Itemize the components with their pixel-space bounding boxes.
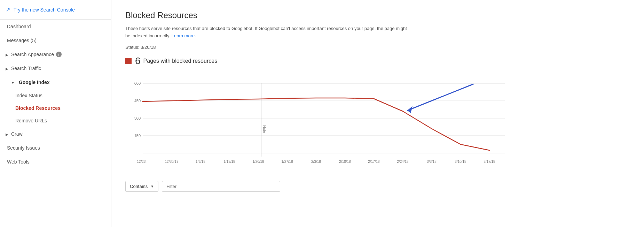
- svg-text:12/23...: 12/23...: [137, 160, 148, 164]
- legend-color-box: [125, 58, 132, 64]
- status-line: Status: 3/20/18: [125, 45, 630, 50]
- chevron-right-icon: [6, 52, 11, 57]
- svg-text:2/10/18: 2/10/18: [339, 160, 351, 164]
- svg-text:600: 600: [134, 81, 141, 85]
- sidebar-item-dashboard[interactable]: Dashboard: [0, 20, 111, 33]
- google-index-label: Google Index: [19, 80, 50, 85]
- svg-text:1/13/18: 1/13/18: [223, 160, 235, 164]
- svg-text:3/17/18: 3/17/18: [484, 160, 495, 164]
- svg-text:2/17/18: 2/17/18: [368, 160, 380, 164]
- chart-container: 600 450 300 150 Note 12/23... 12/30/17 1…: [125, 73, 508, 171]
- sidebar-item-remove-urls[interactable]: Remove URLs: [0, 114, 111, 127]
- sidebar-item-crawl[interactable]: Crawl: [0, 127, 111, 141]
- page-title: Blocked Resources: [125, 10, 630, 20]
- sidebar: ↗ Try the new Search Console Dashboard M…: [0, 0, 111, 227]
- sidebar-item-web-tools[interactable]: Web Tools: [0, 155, 111, 169]
- try-new-console-label: Try the new Search Console: [14, 7, 75, 13]
- chevron-down-icon: [11, 80, 17, 85]
- chevron-right-icon: [6, 66, 11, 71]
- blocked-resources-chart: 600 450 300 150 Note 12/23... 12/30/17 1…: [125, 73, 508, 171]
- learn-more-link[interactable]: Learn more: [172, 33, 195, 38]
- sidebar-item-search-appearance[interactable]: Search Appearance i: [0, 47, 111, 61]
- svg-text:450: 450: [134, 99, 141, 103]
- svg-text:2/24/18: 2/24/18: [397, 160, 409, 164]
- legend-label: Pages with blocked resources: [143, 58, 218, 64]
- svg-text:1/6/18: 1/6/18: [196, 160, 205, 164]
- chevron-right-icon: [6, 131, 11, 137]
- svg-marker-12: [407, 106, 413, 113]
- dropdown-arrow-icon: ▼: [150, 184, 154, 188]
- try-new-console-link[interactable]: ↗ Try the new Search Console: [0, 0, 111, 20]
- search-traffic-label: Search Traffic: [11, 66, 41, 71]
- sidebar-item-google-index[interactable]: Google Index: [0, 75, 111, 89]
- svg-text:3/10/18: 3/10/18: [455, 160, 466, 164]
- svg-text:1/20/18: 1/20/18: [252, 160, 264, 164]
- contains-label: Contains: [130, 184, 148, 189]
- info-icon: i: [56, 52, 62, 57]
- crawl-label: Crawl: [11, 131, 24, 137]
- description-text: These hosts serve site resources that ar…: [125, 25, 411, 40]
- filter-input[interactable]: [162, 181, 280, 192]
- svg-text:3/3/18: 3/3/18: [427, 160, 437, 164]
- sidebar-item-messages[interactable]: Messages (5): [0, 33, 111, 47]
- legend-row: 6 Pages with blocked resources: [125, 55, 630, 67]
- sidebar-item-blocked-resources[interactable]: Blocked Resources: [0, 102, 111, 114]
- contains-dropdown-button[interactable]: Contains ▼: [125, 181, 158, 192]
- sidebar-item-search-traffic[interactable]: Search Traffic: [0, 61, 111, 75]
- sidebar-item-index-status[interactable]: Index Status: [0, 89, 111, 102]
- svg-text:1/27/18: 1/27/18: [281, 160, 293, 164]
- svg-line-11: [407, 84, 473, 111]
- main-content: Blocked Resources These hosts serve site…: [111, 0, 644, 227]
- filter-row: Contains ▼: [125, 181, 630, 192]
- svg-text:12/30/17: 12/30/17: [165, 160, 179, 164]
- svg-text:150: 150: [134, 134, 141, 138]
- svg-text:2/3/18: 2/3/18: [311, 160, 321, 164]
- svg-text:Note: Note: [262, 125, 267, 133]
- sidebar-item-security-issues[interactable]: Security Issues: [0, 141, 111, 155]
- search-appearance-label: Search Appearance: [11, 52, 54, 57]
- legend-count: 6: [135, 55, 141, 67]
- svg-text:300: 300: [134, 116, 141, 120]
- external-link-icon: ↗: [6, 6, 10, 13]
